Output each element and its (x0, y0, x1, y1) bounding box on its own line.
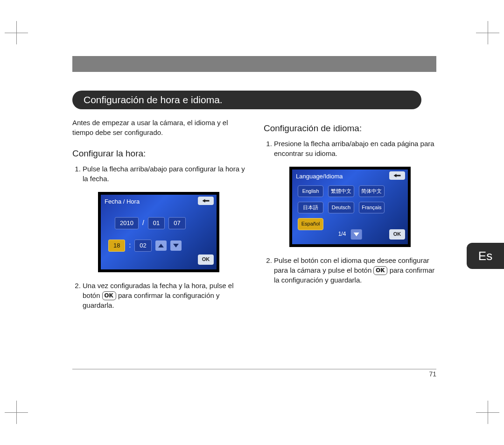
crop-mark (476, 401, 499, 424)
screen-lang-title: Language/Idioma (296, 172, 343, 181)
up-button[interactable] (155, 240, 167, 251)
ok-button[interactable]: OK (389, 229, 405, 240)
lang-option[interactable]: 日本語 (298, 202, 323, 213)
minute-field[interactable]: 02 (134, 240, 151, 252)
separator: : (129, 241, 131, 250)
lang-option[interactable]: 繁體中文 (328, 185, 354, 197)
down-button[interactable] (170, 240, 182, 251)
chevron-up-icon (157, 243, 165, 248)
lang-option-selected[interactable]: Español (298, 218, 323, 230)
lang-option[interactable]: Deutsch (328, 202, 354, 213)
screen-date-time: Fecha / Hora 2010 / 01 07 18 : 02 (98, 192, 219, 272)
day-field[interactable]: 07 (168, 217, 185, 229)
crop-mark (476, 21, 499, 44)
pager-text: 1/4 (338, 230, 346, 238)
back-arrow-icon (202, 198, 210, 204)
back-button[interactable] (198, 197, 214, 205)
language-tab: Es (467, 243, 504, 269)
hour-field[interactable]: 18 (108, 240, 125, 252)
section-title: Configuración de hora e idioma. (72, 91, 421, 109)
header-bar (72, 56, 436, 72)
left-subhead: Configurar la hora: (72, 148, 245, 160)
left-step-1: Pulse la flecha arriba/abajo para config… (83, 164, 245, 184)
screen-language: Language/Idioma English 繁體中文 简体中文 日本語 De… (289, 167, 411, 247)
lang-option[interactable]: 简体中文 (359, 185, 385, 197)
ok-inline-icon: OK (373, 266, 387, 275)
ok-inline-icon: OK (102, 291, 116, 300)
right-subhead: Configuración de idioma: (264, 122, 436, 135)
left-step-2: Una vez configuradas la fecha y la hora,… (83, 281, 245, 310)
year-field[interactable]: 2010 (115, 217, 139, 229)
chevron-down-icon (172, 243, 180, 248)
lang-option[interactable]: English (298, 185, 323, 197)
chevron-down-icon (352, 232, 360, 237)
crop-mark (5, 21, 28, 44)
left-column: Antes de empezar a usar la cámara, el id… (72, 118, 245, 317)
page-down-button[interactable] (350, 229, 362, 240)
ok-button[interactable]: OK (198, 254, 214, 265)
page-footer: 71 (72, 369, 436, 378)
crop-mark (5, 401, 28, 424)
screen-time-title: Fecha / Hora (105, 198, 140, 206)
right-step-2: Pulse el botón con el idioma que desee c… (274, 255, 436, 285)
back-arrow-icon (393, 173, 401, 178)
page-number: 71 (429, 370, 436, 378)
intro-text: Antes de empezar a usar la cámara, el id… (72, 118, 245, 137)
right-column: Configuración de idioma: Presione la fle… (264, 118, 436, 317)
back-button[interactable] (389, 171, 405, 180)
lang-option[interactable]: Français (359, 202, 385, 213)
month-field[interactable]: 01 (148, 217, 165, 229)
separator: / (142, 219, 144, 228)
right-step-1: Presione la flecha arriba/abajo en cada … (274, 139, 436, 158)
